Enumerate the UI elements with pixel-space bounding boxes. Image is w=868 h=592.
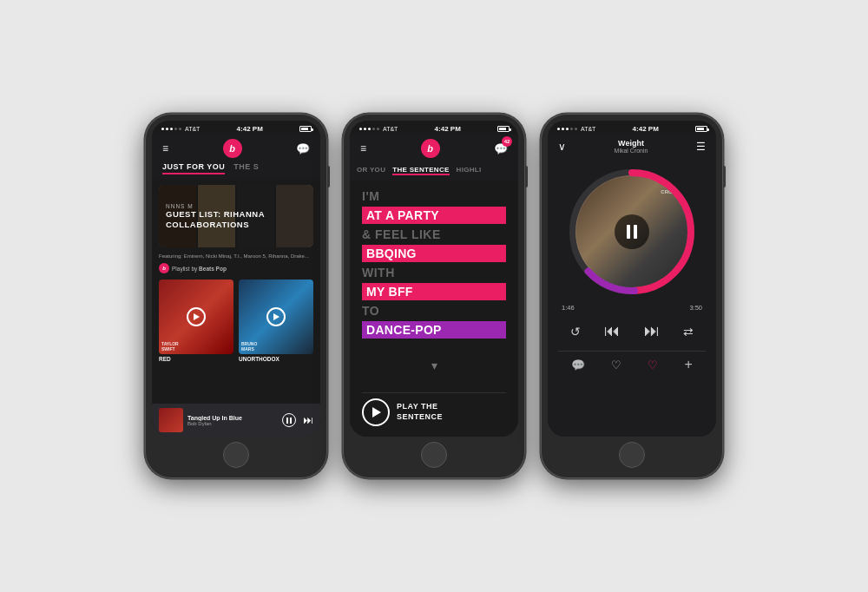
beats-heart-button[interactable]: ♡ xyxy=(648,358,658,372)
sentence-line-bff: MY BFF xyxy=(362,283,506,300)
player-controls: ↺ ⏮ ⏭ ⇄ xyxy=(558,319,706,344)
signal-dot xyxy=(161,128,164,130)
status-time-2: 4:42 PM xyxy=(435,125,461,133)
play-triangle-icon xyxy=(194,313,200,320)
album-item-red: TAYLORSWIFT RED xyxy=(159,280,233,362)
tab-highlights[interactable]: HIGHLI xyxy=(457,166,482,175)
share-chat-button[interactable]: 💬 xyxy=(571,358,585,372)
top-nav-1: ≡ b 💬 xyxy=(152,135,320,162)
signal-dot xyxy=(368,128,371,130)
phone-1-screen: AT&T 4:42 PM ≡ b 💬 JUST FOR YOU THE S xyxy=(152,121,320,437)
time-display: 1:46 3:50 xyxy=(558,304,706,312)
sentence-line-bbq: BBQING xyxy=(362,245,506,262)
time-total: 3:50 xyxy=(689,304,702,312)
battery-icon xyxy=(299,126,312,132)
home-button-3[interactable] xyxy=(619,442,645,468)
hamburger-icon-2[interactable]: ≡ xyxy=(360,142,366,155)
beats-logo-2[interactable]: b xyxy=(421,139,440,158)
pause-center-button[interactable] xyxy=(615,214,649,249)
time-current: 1:46 xyxy=(562,304,575,312)
album-art-text-2: BRUNOMARS xyxy=(241,341,257,352)
next-button-player[interactable]: ⏭ xyxy=(644,322,660,340)
play-sentence-section: PLAY THE SENTENCE xyxy=(362,392,506,431)
signal-area: AT&T xyxy=(161,126,200,132)
shuffle-button[interactable]: ⇄ xyxy=(683,325,694,339)
signal-dot xyxy=(174,128,177,130)
prev-button[interactable]: ⏮ xyxy=(604,322,620,340)
pause-bar-right xyxy=(634,225,637,239)
carrier-label-3: AT&T xyxy=(581,126,595,132)
queue-icon[interactable]: ☰ xyxy=(696,141,706,153)
signal-dot xyxy=(170,128,173,130)
signal-area-3: AT&T xyxy=(556,126,595,132)
sentence-line-with: WITH xyxy=(362,266,506,280)
add-button[interactable]: + xyxy=(685,357,693,372)
np-info: Tangled Up In Blue Bob Dylan xyxy=(187,415,278,426)
np-artist: Bob Dylan xyxy=(187,421,278,426)
battery-fill-2 xyxy=(499,128,506,130)
play-triangle-icon-2 xyxy=(273,313,279,320)
status-bar-1: AT&T 4:42 PM xyxy=(152,121,320,135)
album-art-text: TAYLORSWIFT xyxy=(161,341,179,352)
play-sentence-button[interactable] xyxy=(362,398,390,426)
sentence-line-feel: & FEEL LIKE xyxy=(362,227,506,241)
home-button-2[interactable] xyxy=(421,442,447,468)
signal-dot xyxy=(575,128,577,130)
play-circle-2[interactable] xyxy=(266,307,286,326)
status-bar-3: AT&T 4:42 PM xyxy=(548,121,716,135)
next-button[interactable]: ⏭ xyxy=(303,414,313,426)
tab-the-sentence[interactable]: THE SENTENCE xyxy=(392,166,449,175)
guest-card: NNNS M GUEST LIST: RIHANNA COLLABORATION… xyxy=(159,185,313,247)
pause-bar-1 xyxy=(286,418,288,424)
tab-the-s[interactable]: THE S xyxy=(233,162,259,174)
phone-2: AT&T 4:42 PM ≡ b 💬 42 O xyxy=(343,114,525,478)
tab-just-for-you[interactable]: JUST FOR YOU xyxy=(162,162,225,174)
player-content: MIKALCRONIN xyxy=(548,158,716,437)
signal-dot xyxy=(179,128,181,130)
notification-badge: 42 xyxy=(502,136,512,147)
sentence-tabs: OR YOU THE SENTENCE HIGHLI xyxy=(350,162,518,181)
pause-icon xyxy=(286,418,292,424)
sentence-line-party: AT A PARTY xyxy=(362,207,506,224)
chat-icon[interactable]: 💬 xyxy=(296,142,310,155)
album-item-blue: BRUNOMARS UNORTHODOX xyxy=(239,280,313,362)
beats-logo[interactable]: b xyxy=(223,139,242,158)
album-cover-red[interactable]: TAYLORSWIFT xyxy=(159,280,233,354)
hamburger-icon[interactable]: ≡ xyxy=(162,142,168,155)
phone-1: AT&T 4:42 PM ≡ b 💬 JUST FOR YOU THE S xyxy=(145,114,327,478)
pause-button[interactable] xyxy=(282,413,296,427)
circular-player: MIKALCRONIN xyxy=(567,167,697,297)
chat-with-badge[interactable]: 💬 42 xyxy=(494,141,508,156)
player-song-title: Weight xyxy=(566,139,696,148)
favorite-button[interactable]: ♡ xyxy=(611,358,621,372)
play-sentence-icon xyxy=(372,407,381,418)
sentence-line-im: I'M xyxy=(362,189,506,203)
phone-3-screen: AT&T 4:42 PM ∨ Weight Mikal Cronin ☰ xyxy=(548,121,716,437)
home-button-1[interactable] xyxy=(223,442,249,468)
sentence-line-genre: DANCE-POP xyxy=(362,321,506,339)
album-cover-blue[interactable]: BRUNOMARS xyxy=(239,280,313,354)
album-title-red: RED xyxy=(159,356,233,362)
battery-fill xyxy=(301,128,308,130)
signal-dot xyxy=(377,128,379,130)
carrier-label-2: AT&T xyxy=(383,126,398,132)
repeat-button[interactable]: ↺ xyxy=(570,325,581,339)
status-time: 4:42 PM xyxy=(237,125,263,133)
signal-dot xyxy=(364,128,366,130)
now-playing-bar: Tangled Up In Blue Bob Dylan ⏭ xyxy=(152,404,320,437)
signal-dot xyxy=(557,128,560,130)
signal-dot xyxy=(570,128,573,130)
sentence-lines: I'M AT A PARTY & FEEL LIKE BBQING WITH M… xyxy=(362,189,506,339)
signal-dot xyxy=(372,128,375,130)
player-artist: Mikal Cronin xyxy=(566,148,696,154)
back-chevron-icon[interactable]: ∨ xyxy=(558,141,566,153)
guest-title: GUEST LIST: RIHANNA COLLABORATIONS xyxy=(166,209,306,229)
player-header: ∨ Weight Mikal Cronin ☰ xyxy=(548,135,716,158)
tab-or-you[interactable]: OR YOU xyxy=(357,166,385,175)
phones-container: AT&T 4:42 PM ≡ b 💬 JUST FOR YOU THE S xyxy=(128,96,740,496)
play-circle-1[interactable] xyxy=(187,307,206,326)
battery-area-2 xyxy=(497,126,510,132)
phone-2-screen: AT&T 4:42 PM ≡ b 💬 42 O xyxy=(350,121,518,437)
play-sentence-label: PLAY THE SENTENCE xyxy=(397,402,443,422)
np-title: Tangled Up In Blue xyxy=(187,415,278,421)
